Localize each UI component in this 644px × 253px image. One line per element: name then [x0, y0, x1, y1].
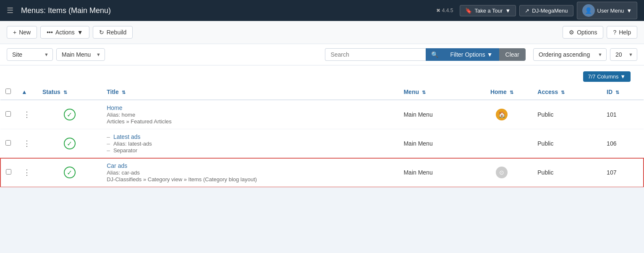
clear-button[interactable]: Clear [499, 48, 526, 61]
row-access-cell: Public [532, 129, 602, 158]
toolbar-right: ⚙ Options ? Help [563, 26, 637, 39]
status-published-icon[interactable]: ✓ [64, 138, 76, 149]
site-select[interactable]: Site [7, 48, 53, 61]
sep-dash2: – [107, 147, 110, 154]
menu-sort-icon: ⇅ [422, 90, 426, 95]
options-gear-icon: ⚙ [569, 29, 574, 36]
row-drag-cell: ⋮ [16, 129, 37, 158]
options-button[interactable]: ⚙ Options [563, 26, 603, 39]
item-title-link[interactable]: Car ads [107, 162, 127, 169]
table-row: ⋮ ✓ Car ads Alias: car-ads DJ-Classified… [0, 158, 644, 187]
access-label: Access [537, 89, 558, 95]
header-menu[interactable]: Menu ⇅ [398, 84, 471, 100]
help-question-icon: ? [613, 29, 616, 36]
new-button[interactable]: + New [7, 26, 37, 39]
row-drag-cell: ⋮ [16, 100, 37, 129]
help-label: Help [619, 29, 631, 36]
row-drag-handle[interactable]: ⋮ [21, 167, 32, 178]
rebuild-button[interactable]: ↻ Rebuild [93, 26, 133, 39]
ordering-wrapper: Ordering ascending ▼ [533, 48, 607, 61]
title-label: Title [107, 89, 119, 95]
item-id: 101 [607, 111, 616, 118]
user-menu-button[interactable]: 👤 User Menu ▼ [577, 2, 637, 19]
new-label: New [19, 29, 31, 36]
header-home[interactable]: Home ⇅ [471, 84, 532, 100]
menu-select-wrapper: Main Menu ▼ [56, 48, 105, 61]
filter-options-label: Filter Options [450, 51, 485, 58]
item-menu: Main Menu [403, 111, 432, 118]
select-all-checkbox[interactable] [5, 89, 11, 94]
ordering-select[interactable]: Ordering ascending [533, 48, 607, 61]
columns-chevron-icon: ▼ [620, 73, 626, 80]
status-published-icon[interactable]: ✓ [64, 109, 76, 120]
header-drag-col[interactable]: ▲ [16, 84, 37, 100]
alias-dash: – [107, 140, 110, 147]
filter-options-chevron-icon: ▼ [487, 51, 493, 58]
page-title: Menus: Items (Main Menu) [21, 6, 111, 15]
ordering-select-wrapper: Ordering ascending ▼ [533, 48, 607, 61]
status-label: Status [42, 89, 60, 95]
item-access: Public [537, 169, 553, 176]
help-button[interactable]: ? Help [607, 26, 637, 39]
hamburger-icon[interactable]: ☰ [7, 6, 13, 15]
columns-button[interactable]: 7/7 Columns ▼ [583, 71, 631, 82]
header-title[interactable]: Title ⇅ [102, 84, 398, 100]
row-drag-handle[interactable]: ⋮ [21, 138, 32, 149]
dj-megamenu-button[interactable]: ↗ DJ-MegaMenu [519, 5, 573, 16]
id-sort-icon: ⇅ [615, 90, 619, 95]
row-status-cell: ✓ [37, 129, 102, 158]
tour-icon: 🔖 [465, 8, 472, 14]
header-id[interactable]: ID ⇅ [602, 84, 644, 100]
table-header-row: ▲ Status ⇅ Title ⇅ Menu ⇅ Home ⇅ [0, 84, 644, 100]
header-access[interactable]: Access ⇅ [532, 84, 602, 100]
row-checkbox-cell [0, 129, 16, 158]
status-published-icon[interactable]: ✓ [64, 167, 76, 178]
actions-chevron-icon: ▼ [77, 29, 83, 36]
menu-select[interactable]: Main Menu [56, 48, 105, 61]
row-checkbox[interactable] [6, 169, 11, 175]
item-title-link[interactable]: Latest ads [113, 133, 141, 140]
home-icon-gray[interactable]: ⊙ [496, 167, 508, 178]
row-home-cell: ⊙ [471, 158, 532, 187]
actions-button[interactable]: ••• Actions ▼ [40, 26, 89, 39]
row-drag-handle[interactable]: ⋮ [21, 109, 32, 120]
row-status-cell: ✓ [37, 158, 102, 187]
row-checkbox[interactable] [5, 111, 11, 117]
item-alias: Alias: latest-ads [113, 141, 152, 147]
row-checkbox[interactable] [5, 140, 11, 146]
search-input[interactable] [325, 48, 426, 61]
search-button[interactable]: 🔍 [426, 48, 444, 61]
item-type: Separator [113, 147, 137, 154]
home-sort-icon: ⇅ [510, 90, 513, 95]
user-menu-chevron-icon: ▼ [626, 8, 632, 14]
new-plus-icon: + [13, 29, 16, 36]
row-id-cell: 106 [602, 129, 644, 158]
item-id: 106 [607, 140, 616, 147]
filter-options-button[interactable]: Filter Options ▼ [444, 48, 499, 61]
tour-chevron-icon: ▼ [505, 8, 510, 14]
dj-megamenu-label: DJ-MegaMenu [532, 8, 568, 14]
row-home-cell: 🏠 [471, 100, 532, 129]
id-label: ID [607, 89, 613, 95]
site-select-wrapper: Site ▼ [7, 48, 53, 61]
item-type: DJ-Classifieds » Category view » Items (… [107, 176, 257, 183]
header-status[interactable]: Status ⇅ [37, 84, 102, 100]
per-page-select-wrapper: 20 ▼ [610, 48, 637, 61]
row-id-cell: 101 [602, 100, 644, 129]
header-checkbox-col [0, 84, 16, 100]
columns-row: 7/7 Columns ▼ [0, 65, 644, 84]
per-page-select[interactable]: 20 [610, 48, 637, 61]
home-icon-yellow[interactable]: 🏠 [496, 109, 508, 120]
table-row: ⋮ ✓ Home Alias: home Articles » Featured… [0, 100, 644, 129]
take-a-tour-button[interactable]: 🔖 Take a Tour ▼ [460, 5, 516, 16]
row-menu-cell: Main Menu [398, 158, 471, 187]
rebuild-label: Rebuild [107, 29, 126, 36]
item-type: Articles » Featured Articles [107, 118, 172, 125]
external-link-icon: ↗ [525, 8, 529, 14]
search-group: 🔍 Filter Options ▼ Clear [325, 48, 526, 61]
clear-label: Clear [505, 51, 519, 58]
item-id: 107 [607, 169, 616, 176]
filters-bar: Site ▼ Main Menu ▼ 🔍 Filter Options ▼ Cl… [0, 44, 644, 65]
items-table: ▲ Status ⇅ Title ⇅ Menu ⇅ Home ⇅ [0, 84, 644, 187]
item-title-link[interactable]: Home [107, 104, 122, 111]
